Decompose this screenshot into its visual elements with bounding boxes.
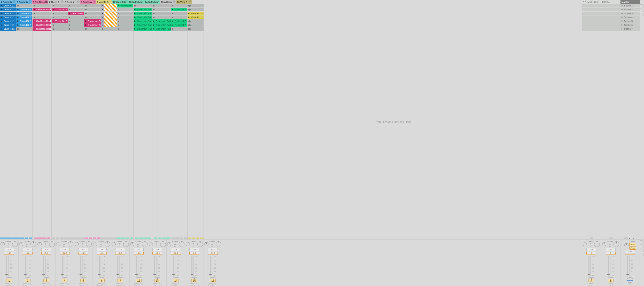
stop-icon[interactable] [52,27,55,31]
peak-display[interactable]: -5.3 [97,252,107,255]
peak-display[interactable]: -5.5 [41,252,51,255]
clip-slot[interactable] [152,4,171,7]
stop-clip-icon[interactable] [0,237,4,239]
scene-launch-7[interactable]: Scene 7 [620,27,640,31]
stop-clip-icon[interactable] [105,237,109,239]
play-icon[interactable] [188,12,191,15]
stop-clip-icon[interactable] [93,237,96,239]
clip-slot[interactable]: Drum Kit 2 [16,19,32,23]
track-header-6[interactable]: 6 Crossov [80,0,96,4]
clip-slot[interactable]: Sidechain Pad [134,19,152,23]
stop-clip-icon[interactable] [12,237,16,239]
play-icon[interactable] [101,12,104,15]
send-knob[interactable] [179,241,184,247]
track-header-15[interactable]: 15 A Horn [160,0,176,4]
stop-icon[interactable] [52,4,55,7]
clip-slot[interactable] [171,4,187,7]
stop-icon[interactable] [101,27,104,31]
send-knob[interactable] [142,241,148,247]
scene-launch-1[interactable]: Scene 1 [620,4,640,7]
cue-knob[interactable] [154,277,160,278]
stop-clip-icon[interactable] [126,237,129,239]
arm-button[interactable] [195,283,199,286]
track-io-icon[interactable] [125,0,128,3]
volume-display[interactable]: -Inf [189,248,199,251]
pan-knob[interactable] [37,242,42,246]
stop-icon[interactable] [171,12,174,15]
send-knob[interactable] [12,241,18,247]
volume-fader[interactable] [191,256,192,276]
stop-clip-icon[interactable] [109,237,113,239]
volume-fader[interactable] [117,256,118,276]
pan-knob[interactable] [583,242,587,246]
stop-icon[interactable] [117,27,120,31]
clip-slot[interactable] [68,8,84,11]
stop-clip-icon[interactable] [147,237,151,239]
cue-knob[interactable] [6,277,12,278]
stop-clip-icon[interactable] [20,237,24,239]
play-icon[interactable] [16,12,19,15]
stop-icon[interactable] [33,15,36,19]
clip-slot[interactable] [117,12,133,15]
pan-knob[interactable] [624,243,629,247]
track-stop-row[interactable] [52,237,68,240]
track-stop-row[interactable] [117,237,133,240]
play-icon[interactable] [117,4,120,7]
arm-button[interactable] [176,283,180,286]
stop-icon[interactable] [152,8,156,11]
clip-slot[interactable]: A Hornet P [171,8,187,11]
master-header[interactable]: Master [620,0,640,4]
volume-display[interactable]: -Inf [4,248,14,251]
stop-icon[interactable] [117,23,120,27]
pan-knob[interactable] [130,242,134,246]
track-stop-row[interactable] [152,237,171,240]
stop-clip-icon[interactable] [89,237,92,239]
stop-icon[interactable] [16,4,19,7]
track-io-icon[interactable] [93,0,96,3]
clip-slot[interactable] [52,15,68,19]
stop-icon[interactable] [33,12,36,15]
volume-fader[interactable] [588,256,589,276]
solo-button[interactable]: S [190,283,194,286]
clip-slot[interactable] [117,8,133,11]
volume-display[interactable]: -Inf [171,248,181,251]
stop-clip-icon[interactable] [162,237,166,239]
clip-slot[interactable] [117,15,133,19]
play-icon[interactable] [52,19,55,23]
record-icon[interactable] [188,19,191,23]
clip-slot[interactable] [117,19,133,23]
peak-display[interactable]: 0 [586,252,596,255]
peak-display[interactable]: -13.0 [152,252,162,255]
stop-clip-icon[interactable] [52,237,55,239]
solo-button[interactable]: S [5,283,9,286]
volume-display[interactable]: -Inf [606,248,616,251]
stop-clip-icon[interactable] [158,237,161,239]
stop-clip-icon[interactable] [200,237,204,239]
play-icon[interactable] [16,19,19,23]
track-io-icon[interactable] [29,0,32,3]
clip-slot[interactable] [84,12,101,15]
stop-clip-icon[interactable] [8,237,12,239]
stop-icon[interactable] [134,4,137,7]
play-icon[interactable] [101,23,104,27]
volume-display[interactable]: -Inf [41,248,51,251]
arm-button[interactable] [9,283,13,286]
stop-icon[interactable] [152,12,156,15]
peak-display[interactable]: -14.9 [78,252,88,255]
play-icon[interactable] [0,15,3,19]
peak-display[interactable]: -16.0 [171,252,181,255]
stop-icon[interactable] [68,15,71,19]
clip-slot[interactable] [117,23,133,27]
stop-clip-icon[interactable] [84,237,88,239]
track-header-5[interactable]: 5 Deep in [64,0,80,4]
stop-icon[interactable] [171,15,174,19]
pan-knob[interactable] [602,242,606,246]
scene-launch-5[interactable]: Scene 5 [620,19,640,23]
send-knob[interactable] [86,241,92,247]
peak-display[interactable] [625,254,635,255]
volume-display[interactable]: -Inf [115,248,125,251]
play-icon[interactable] [84,19,87,23]
stop-icon[interactable] [68,27,71,31]
track-io-icon[interactable] [77,0,80,3]
scene-launch-4[interactable]: Scene 4 [620,15,640,19]
